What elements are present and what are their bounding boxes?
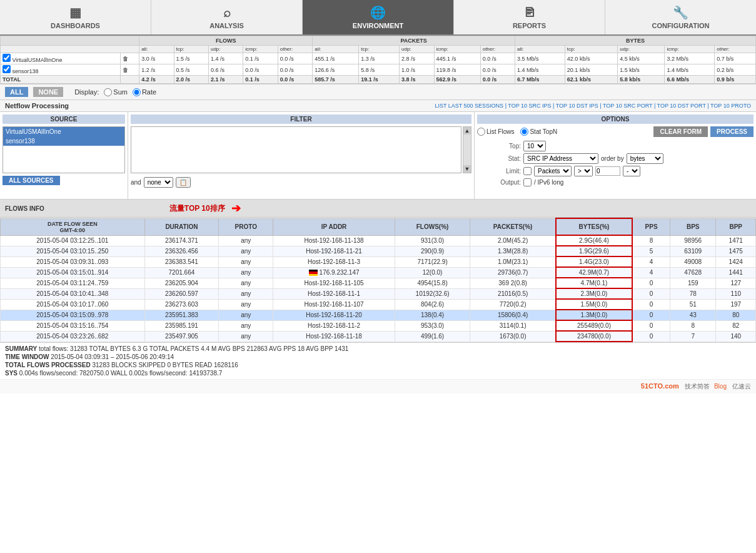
link-proto[interactable]: TOP 10 PROTO — [710, 103, 751, 109]
col-bps: BPS — [670, 218, 715, 235]
col-proto: PROTO — [219, 218, 273, 235]
nav-item-analysis[interactable]: ⌕ ANALYSIS — [151, 0, 303, 34]
order-by-label: order by — [601, 155, 624, 162]
display-label: Display: — [74, 88, 99, 96]
output-checkbox[interactable] — [523, 178, 532, 186]
table-row: 2015-05-04 03:10:15..250236326.456anyHos… — [1, 246, 756, 256]
filter-panel-header: FILTER — [131, 114, 471, 124]
all-button[interactable]: ALL — [5, 87, 28, 97]
order-by-select[interactable]: bytespacketsflows — [627, 153, 663, 164]
stat-select[interactable]: SRC IP AddressDST IP Address — [523, 153, 598, 164]
table-row: 2015-05-04 03:23:26..682235497.905anyHos… — [1, 331, 756, 342]
reports-icon: 🖹 — [523, 6, 536, 20]
table-row: 2015-05-04 03:15:01..9147201.664any176.9… — [1, 267, 756, 278]
filter-and-label: and — [131, 179, 141, 186]
table-row: 2015-05-04 03:11:24..759236205.904anyHos… — [1, 278, 756, 288]
dashboards-icon: ▦ — [69, 5, 81, 20]
rate-radio[interactable] — [133, 88, 141, 96]
stat-topn-label: Stat TopN — [530, 128, 557, 135]
link-dst-port[interactable]: TOP 10 DST PORT — [657, 103, 706, 109]
filter-none-select[interactable]: none — [144, 177, 173, 188]
filter-scroll-down[interactable]: ▼ — [463, 165, 471, 173]
source-list[interactable]: VirtualUSMAllInOne sensor138 — [3, 126, 125, 173]
logo-sub2: Blog — [714, 383, 727, 390]
col-packets: PACKETS(%) — [470, 218, 556, 235]
sum-radio-label[interactable]: Sum — [104, 88, 128, 96]
table-row: 2015-05-04 03:10:17..060236273.603anyHos… — [1, 299, 756, 310]
ipv6-long-label: / IPv6 long — [534, 179, 563, 186]
nav-item-reports[interactable]: 🖹 REPORTS — [454, 0, 605, 34]
sensor2-delete[interactable]: 🗑 — [121, 64, 139, 76]
sensor1-delete[interactable]: 🗑 — [121, 53, 139, 64]
list-flows-radio-label[interactable]: List Flows — [477, 128, 514, 136]
list-flows-radio[interactable] — [477, 128, 485, 136]
source-item-1[interactable]: VirtualUSMAllInOne — [3, 127, 124, 136]
all-sources-button[interactable]: ALL SOURCES — [3, 176, 60, 185]
stat-topn-radio[interactable] — [520, 128, 528, 136]
netflow-title: Netflow Processing — [5, 102, 69, 109]
total-row: TOTAL 4.2 /s2.0 /s2.1 /s0.1 /s0.0 /s 585… — [1, 76, 756, 84]
analysis-icon: ⌕ — [223, 6, 231, 20]
top-select[interactable]: 102050 — [523, 141, 546, 151]
summary-line2: TIME WINDOW 2015-05-04 03:09:31 – 2015-0… — [5, 353, 751, 360]
col-ip: IP ADDR — [273, 218, 395, 235]
source-item-2[interactable]: sensor138 — [3, 136, 124, 146]
table-row: 2015-05-04 03:15:09..978235951.383anyHos… — [1, 310, 756, 320]
stat-topn-radio-label[interactable]: Stat TopN — [520, 128, 557, 136]
sensor2-checkbox[interactable] — [3, 65, 11, 73]
nav-item-dashboards[interactable]: ▦ DASHBOARDS — [0, 0, 151, 34]
link-dst-ips[interactable]: TOP 10 DST IPS — [556, 103, 598, 109]
table-row: 2015-05-04 03:10:41..348236260.597anyHos… — [1, 288, 756, 299]
col-duration: DURATION — [144, 218, 219, 235]
source-panel: SOURCE VirtualUSMAllInOne sensor138 ALL … — [0, 112, 128, 199]
summary-line1: SUMMARY total flows: 31283 TOTAL BYTES 6… — [5, 345, 751, 352]
sensor-row-2: sensor138 🗑 1.2 /s0.5 /s0.6 /s0.0 /s0.0 … — [1, 64, 756, 76]
col-pps: PPS — [632, 218, 670, 235]
table-row: 2015-05-04 03:12:25..101236174.371anyHos… — [1, 235, 756, 246]
summary-line4: SYS 0.004s flows/second: 7820750.0 WALL … — [5, 370, 751, 377]
summary-line3: TOTAL FLOWS PROCESSED 31283 BLOCKS SKIPP… — [5, 362, 751, 368]
limit-checkbox[interactable] — [523, 167, 532, 175]
nav-item-environment[interactable]: 🌐 ENVIRONMENT — [303, 0, 454, 34]
table-row: 2015-05-04 03:09:31..093236383.541anyHos… — [1, 256, 756, 267]
summary-area: SUMMARY total flows: 31283 TOTAL BYTES 6… — [0, 342, 756, 379]
filter-add-button[interactable]: 📋 — [176, 177, 191, 188]
col-date: DATE FLOW SEENGMT-4:00 — [1, 218, 145, 235]
none-button[interactable]: NONE — [33, 87, 63, 97]
sum-radio[interactable] — [104, 88, 112, 96]
limit-value-input[interactable] — [595, 166, 620, 176]
options-panel: OPTIONS List Flows Stat TopN CLEAR FORM … — [475, 112, 756, 199]
netflow-links: LIST LAST 500 SESSIONS | TOP 10 SRC IPS … — [435, 103, 751, 109]
link-src-ips[interactable]: TOP 10 SRC IPS — [508, 103, 551, 109]
filter-scroll-up[interactable]: ▲ — [463, 127, 471, 134]
sum-label: Sum — [113, 88, 128, 96]
rate-label: Rate — [142, 88, 156, 96]
sensor1-checkbox[interactable] — [3, 54, 11, 62]
logo-sub3: 亿速云 — [732, 383, 751, 390]
stat-label: Stat: — [477, 155, 521, 162]
logo-sub1: 技术简答 — [685, 383, 710, 390]
limit-field-select[interactable]: PacketsBytesFlows — [534, 166, 572, 176]
nav-item-configuration[interactable]: 🔧 CONFIGURATION — [605, 0, 756, 34]
source-panel-header: SOURCE — [3, 114, 125, 124]
limit-label: Limit: — [477, 168, 521, 175]
options-panel-header: OPTIONS — [477, 114, 753, 124]
top-label: Top: — [477, 143, 521, 150]
list-flows-label: List Flows — [486, 128, 514, 135]
table-row: 2015-05-04 03:15:16..754235985.191anyHos… — [1, 320, 756, 331]
col-bytes: BYTES(%) — [556, 218, 632, 235]
filter-panel: FILTER ▲ ▼ and none 📋 — [128, 112, 475, 199]
flows-info-label: FLOWS INFO — [5, 205, 44, 212]
logo-text: 51CTO.com — [641, 382, 679, 390]
link-src-port[interactable]: TOP 10 SRC PORT — [603, 103, 652, 109]
clear-form-button[interactable]: CLEAR FORM — [653, 126, 708, 137]
limit-op-select[interactable]: ><= — [574, 166, 593, 176]
annotation-arrow: ➔ — [231, 201, 241, 215]
process-button[interactable]: PROCESS — [710, 126, 753, 137]
rate-radio-label[interactable]: Rate — [133, 88, 156, 96]
sensor-row-1: VirtualUSMAllInOne 🗑 3.0 /s1.5 /s1.4 /s0… — [1, 53, 756, 64]
link-sessions[interactable]: LIST LAST 500 SESSIONS — [435, 103, 503, 109]
limit-dash-select[interactable]: - — [623, 166, 640, 176]
filter-input[interactable] — [131, 126, 461, 173]
flows-annotation: 流量TOP 10排序 — [169, 203, 225, 214]
